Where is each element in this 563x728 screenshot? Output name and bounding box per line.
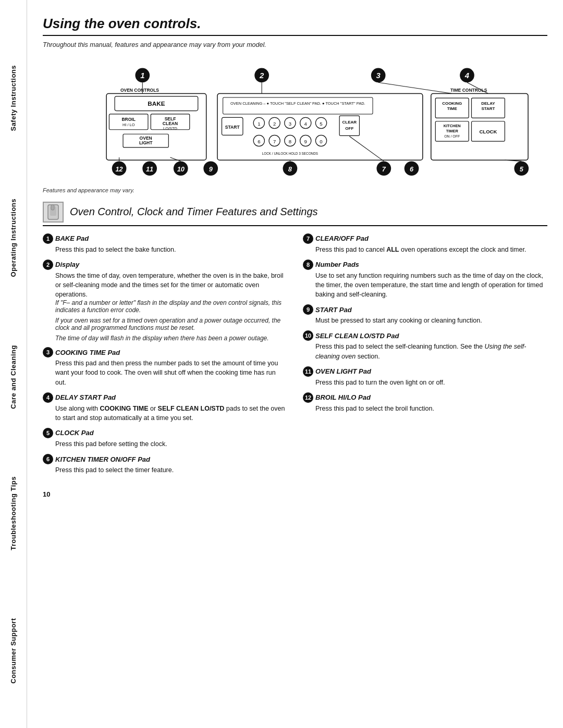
svg-text:OVEN: OVEN	[140, 135, 152, 141]
section-header: Oven Control, Clock and Timer Features a…	[43, 202, 547, 226]
svg-text:TIME: TIME	[447, 106, 457, 111]
svg-text:LO/STD: LO/STD	[163, 126, 177, 131]
svg-text:2: 2	[273, 121, 276, 127]
feature-num-3: 3	[43, 347, 53, 357]
feature-title-2: 2 Display	[43, 260, 287, 270]
oven-diagram-svg: 1 2 3 4 OVEN CONTROLS TIME CONTROLS BAKE	[45, 63, 545, 182]
feature-num-12: 12	[303, 392, 313, 403]
svg-line-83	[378, 82, 452, 93]
feature-item-9: 9 START Pad Must be pressed to start any…	[303, 304, 547, 325]
feature-title-12: 12 BROIL HI/LO Pad	[303, 392, 547, 403]
feature-title-7: 7 CLEAR/OFF Pad	[303, 233, 547, 244]
svg-text:OVEN CLEANING – ● TOUCH "SELF : OVEN CLEANING – ● TOUCH "SELF CLEAN" PAD…	[230, 101, 365, 106]
feature-item-5: 5 CLOCK Pad Press this pad before settin…	[43, 428, 287, 449]
feature-title-10: 10 SELF CLEAN LO/STD Pad	[303, 330, 547, 341]
svg-text:5: 5	[320, 121, 322, 127]
page-title: Using the oven controls.	[43, 16, 547, 36]
feature-note-2b: If your oven was set for a timed oven op…	[55, 317, 287, 331]
oven-diagram: 1 2 3 4 OVEN CONTROLS TIME CONTROLS BAKE	[43, 58, 547, 185]
feature-item-3: 3 COOKING TIME Pad Press this pad and th…	[43, 347, 287, 387]
svg-text:0: 0	[320, 139, 322, 144]
svg-text:COOKING: COOKING	[442, 101, 462, 106]
feature-body-10: Press this pad to select the self-cleani…	[315, 342, 547, 361]
feature-title-6: 6 KITCHEN TIMER ON/OFF Pad	[43, 454, 287, 464]
svg-text:TIMER: TIMER	[446, 129, 459, 133]
svg-text:11: 11	[146, 165, 153, 173]
feature-label-8: Number Pads	[315, 261, 359, 268]
svg-text:DELAY: DELAY	[481, 101, 495, 106]
svg-text:CLEAR: CLEAR	[342, 120, 357, 125]
feature-label-7: CLEAR/OFF Pad	[315, 235, 369, 242]
svg-text:10: 10	[177, 165, 185, 173]
svg-text:4: 4	[304, 121, 308, 127]
feature-label-9: START Pad	[315, 306, 352, 314]
sidebar-item-consumer: Consumer Support	[9, 613, 17, 689]
feature-item-10: 10 SELF CLEAN LO/STD Pad Press this pad …	[303, 330, 547, 361]
feature-num-7: 7	[303, 233, 313, 244]
svg-text:9: 9	[304, 139, 307, 144]
feature-label-2: Display	[55, 261, 79, 268]
svg-text:BAKE: BAKE	[148, 100, 165, 107]
svg-text:BROIL: BROIL	[121, 117, 135, 122]
svg-line-88	[349, 136, 384, 161]
feature-body-5: Press this pad before setting the clock.	[55, 439, 287, 449]
sidebar-item-troubleshooting: Troubleshooting Tips	[9, 471, 17, 556]
feature-title-11: 11 OVEN LIGHT Pad	[303, 366, 547, 377]
feature-body-6: Press this pad to select the timer featu…	[55, 465, 287, 475]
svg-text:ON / OFF: ON / OFF	[444, 134, 460, 138]
svg-line-86	[170, 157, 181, 161]
feature-body-2: Shows the time of day, oven temperature,…	[55, 271, 287, 299]
svg-text:7: 7	[382, 165, 386, 173]
svg-text:CLOCK: CLOCK	[479, 129, 497, 134]
svg-text:OVEN CONTROLS: OVEN CONTROLS	[120, 88, 159, 93]
hand-icon	[43, 202, 64, 223]
diagram-caption: Features and appearance may vary.	[43, 187, 547, 193]
feature-num-4: 4	[43, 392, 53, 403]
svg-text:7: 7	[273, 139, 276, 144]
svg-text:1: 1	[140, 71, 144, 80]
sidebar: Safety Instructions Operating Instructio…	[0, 0, 27, 728]
svg-rect-24	[223, 97, 373, 114]
svg-text:8: 8	[288, 165, 292, 173]
feature-title-1: 1 BAKE Pad	[43, 233, 287, 244]
feature-title-8: 8 Number Pads	[303, 260, 547, 270]
svg-text:9: 9	[209, 165, 213, 173]
features-grid: 1 BAKE Pad Press this pad to select the …	[43, 233, 547, 480]
feature-body-4: Use along with COOKING TIME or SELF CLEA…	[55, 404, 287, 423]
svg-text:START: START	[225, 125, 240, 130]
svg-text:SELF: SELF	[165, 116, 176, 121]
feature-note-2a: If "F– and a number or letter" flash in …	[55, 299, 287, 314]
feature-item-12: 12 BROIL HI/LO Pad Press this pad to sel…	[303, 392, 547, 413]
feature-item-8: 8 Number Pads Use to set any function re…	[303, 260, 547, 299]
feature-item-6: 6 KITCHEN TIMER ON/OFF Pad Press this pa…	[43, 454, 287, 475]
feature-item-4: 4 DELAY START Pad Use along with COOKING…	[43, 392, 287, 423]
diagram-area: 1 2 3 4 OVEN CONTROLS TIME CONTROLS BAKE	[43, 58, 547, 193]
svg-text:LIGHT: LIGHT	[139, 140, 153, 145]
svg-text:3: 3	[376, 71, 381, 80]
feature-body-11: Press this pad to turn the oven light on…	[315, 378, 547, 387]
feature-title-4: 4 DELAY START Pad	[43, 392, 287, 403]
feature-title-3: 3 COOKING TIME Pad	[43, 347, 287, 357]
feature-item-1: 1 BAKE Pad Press this pad to select the …	[43, 233, 287, 254]
feature-num-2: 2	[43, 260, 53, 270]
features-left-col: 1 BAKE Pad Press this pad to select the …	[43, 233, 287, 480]
svg-text:6: 6	[258, 139, 260, 144]
feature-item-2: 2 Display Shows the time of day, oven te…	[43, 260, 287, 342]
feature-body-1: Press this pad to select the bake functi…	[55, 245, 287, 254]
page-subtitle: Throughout this manual, features and app…	[43, 41, 547, 48]
svg-text:START: START	[481, 106, 495, 111]
feature-item-7: 7 CLEAR/OFF Pad Press this pad to cancel…	[303, 233, 547, 254]
sidebar-item-care: Care and Cleaning	[9, 340, 17, 414]
svg-text:3: 3	[289, 121, 291, 127]
feature-num-6: 6	[43, 454, 53, 464]
feature-label-1: BAKE Pad	[55, 235, 89, 242]
feature-note-2c: The time of day will flash in the displa…	[55, 335, 287, 342]
svg-text:5: 5	[520, 165, 524, 173]
feature-label-5: CLOCK Pad	[55, 429, 94, 437]
svg-text:4: 4	[464, 71, 470, 80]
feature-body-7: Press this pad to cancel ALL oven operat…	[315, 245, 547, 254]
feature-label-3: COOKING TIME Pad	[55, 349, 120, 356]
feature-body-12: Press this pad to select the broil funct…	[315, 404, 547, 413]
feature-title-9: 9 START Pad	[303, 304, 547, 315]
features-right-col: 7 CLEAR/OFF Pad Press this pad to cancel…	[303, 233, 547, 480]
